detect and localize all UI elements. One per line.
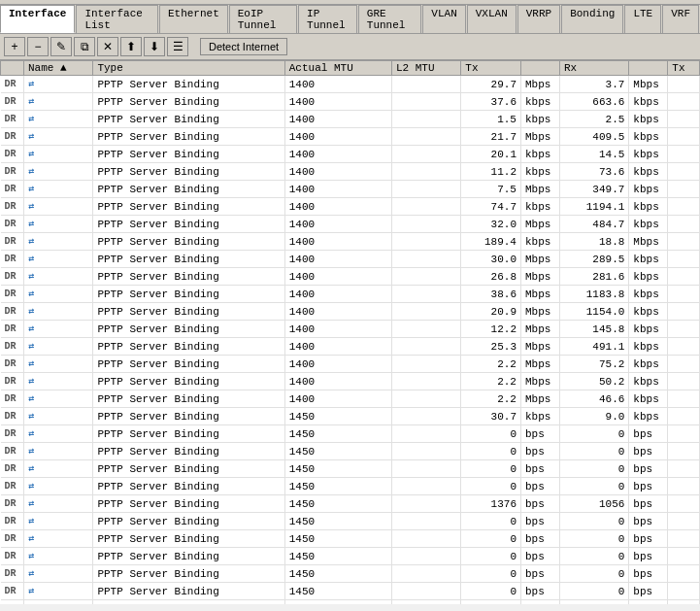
row-mtu: 1450 (284, 460, 391, 478)
row-badge: DR (1, 251, 24, 268)
tab-interface-list[interactable]: Interface List (76, 5, 158, 33)
add-button[interactable]: + (4, 37, 25, 56)
table-row[interactable]: DR⇄PPTP Server Binding140030.0Mbps289.5k… (1, 251, 700, 268)
table-row[interactable]: DR⇄PPTP Server Binding140037.6kbps663.6k… (1, 93, 700, 111)
col-actual-mtu[interactable]: Actual MTU (284, 61, 391, 76)
row-rx-unit: kbps (629, 111, 668, 128)
col-name[interactable]: Name ▲ (24, 61, 93, 76)
row-tx-unit: bps (520, 460, 559, 478)
row-l2mtu (391, 390, 460, 408)
table-row[interactable]: DR⇄PPTP Server Binding140020.9Mbps1154.0… (1, 303, 700, 321)
table-row[interactable]: DR⇄PPTP Server Binding14501376bps1056bps (1, 495, 700, 513)
tab-lte[interactable]: LTE (624, 5, 661, 33)
menu-button[interactable]: ☰ (167, 37, 188, 56)
row-name: ⇄ (24, 513, 93, 530)
row-l2mtu (391, 530, 460, 548)
row-name: ⇄ (24, 583, 93, 600)
col-type[interactable]: Type (93, 61, 284, 76)
row-l2mtu (391, 356, 460, 373)
table-row[interactable]: DR⇄PPTP Server Binding140029.7Mbps3.7Mbp… (1, 76, 700, 93)
tab-interface[interactable]: Interface (0, 5, 75, 33)
tab-vrf[interactable]: VRF (662, 5, 699, 33)
row-badge: DR (1, 548, 24, 565)
table-row[interactable]: DR⇄PPTP Server Binding14500bps0bps (1, 548, 700, 565)
row-l2mtu (391, 565, 460, 583)
table-row[interactable]: DR⇄PPTP Server Binding1400189.4kbps18.8M… (1, 233, 700, 251)
row-mtu: 1400 (284, 303, 391, 321)
table-row[interactable]: DR⇄PPTP Server Binding14001.5kbps2.5kbps (1, 111, 700, 128)
row-tx-value: 20.1 (461, 146, 521, 163)
table-row[interactable]: DR⇄PPTP Server Binding14500bps0bps (1, 460, 700, 478)
row-badge: DR (1, 356, 24, 373)
table-row[interactable]: DR⇄PPTP Server Binding140025.3Mbps491.1k… (1, 338, 700, 356)
col-tx2[interactable]: Tx (668, 61, 700, 76)
row-tx-value: 21.7 (461, 128, 521, 146)
row-badge: DR (1, 286, 24, 303)
row-rx-value: 3.7 (559, 76, 628, 93)
row-l2mtu (391, 478, 460, 495)
row-l2mtu (391, 93, 460, 111)
table-row[interactable]: DR⇄PPTP Server Binding140020.1kbps14.5kb… (1, 146, 700, 163)
table-row[interactable]: DR⇄PPTP Server Binding14500bps0bps (1, 530, 700, 548)
copy-button[interactable]: ⧉ (74, 37, 95, 56)
row-name: ⇄ (24, 425, 93, 443)
table-row[interactable]: DR⇄PPTP Server Binding140012.2Mbps145.8k… (1, 321, 700, 338)
tab-vxlan[interactable]: VXLAN (467, 5, 517, 33)
row-tx-value: 38.6 (461, 286, 521, 303)
arrow-icon: ⇄ (28, 199, 34, 215)
detect-internet-button[interactable]: Detect Internet (200, 38, 287, 55)
tab-ip-tunnel[interactable]: IP Tunnel (298, 5, 357, 33)
tab-vlan[interactable]: VLAN (422, 5, 465, 33)
move-up-button[interactable]: ⬆ (120, 37, 142, 56)
table-row[interactable]: DR⇄PPTP Server Binding140011.2kbps73.6kb… (1, 163, 700, 181)
arrow-icon: ⇄ (28, 549, 34, 564)
row-l2mtu (391, 111, 460, 128)
table-row[interactable]: DR⇄PPTP Server Binding145030.7kbps9.0kbp… (1, 408, 700, 425)
table-row[interactable]: DR⇄PPTP Server Binding14500bps0bps (1, 443, 700, 460)
move-down-button[interactable]: ⬇ (144, 37, 165, 56)
col-rx[interactable]: Rx (559, 61, 628, 76)
delete-button[interactable]: ✕ (97, 37, 118, 56)
tab-bonding[interactable]: Bonding (561, 5, 623, 33)
col-tx-unit (520, 61, 559, 76)
edit-button[interactable]: ✎ (50, 37, 72, 56)
row-badge: DR (1, 583, 24, 600)
table-row[interactable]: DR⇄PPTP Server Binding14500bps0bps (1, 583, 700, 600)
interface-table-container[interactable]: Name ▲ Type Actual MTU L2 MTU Tx Rx Tx D… (0, 60, 700, 604)
row-rx-value: 491.1 (559, 338, 628, 356)
tab-vrrp[interactable]: VRRP (517, 5, 560, 33)
row-rx-value: 1056 (559, 495, 628, 513)
table-row[interactable]: DR⇄PPTP Server Binding140032.0Mbps484.7k… (1, 216, 700, 233)
table-row[interactable]: DR⇄PPTP Server Binding14500bps0bps (1, 513, 700, 530)
tab-ethernet[interactable]: Ethernet (159, 5, 228, 33)
table-row[interactable]: DR⇄PPTP Server Binding140021.7Mbps409.5k… (1, 128, 700, 146)
row-badge: DR (1, 303, 24, 321)
table-row[interactable]: DR⇄PPTP Server Binding140026.8Mbps281.6k… (1, 268, 700, 286)
table-row[interactable]: DR⇄PPTP Server Binding14500bps0bps (1, 425, 700, 443)
table-row[interactable]: DR⇄PPTP Server Binding14002.2Mbps50.2kbp… (1, 373, 700, 390)
arrow-icon: ⇄ (28, 77, 34, 92)
table-row[interactable]: DR⇄PPTP Server Binding14500bps0bps (1, 565, 700, 583)
row-tx-value: 1.5 (461, 111, 521, 128)
arrow-icon: ⇄ (28, 322, 34, 337)
table-row[interactable]: DR⇄PPTP Server Binding14002.2Mbps46.6kbp… (1, 390, 700, 408)
table-row[interactable]: DR⇄PPTP Server Binding14007.5Mbps349.7kb… (1, 181, 700, 198)
tab-gre-tunnel[interactable]: GRE Tunnel (358, 5, 422, 33)
row-mtu: 1400 (284, 111, 391, 128)
tab-eoip-tunnel[interactable]: EoIP Tunnel (229, 5, 297, 33)
interface-table: Name ▲ Type Actual MTU L2 MTU Tx Rx Tx D… (0, 60, 700, 604)
col-l2mtu[interactable]: L2 MTU (391, 61, 460, 76)
row-rx-unit: kbps (629, 321, 668, 338)
remove-button[interactable]: − (27, 37, 49, 56)
row-tx2 (668, 268, 700, 286)
table-row[interactable]: DR⇄PPTP Server Binding14500bps0bps (1, 600, 700, 605)
table-row[interactable]: DR⇄PPTP Server Binding14500bps0bps (1, 478, 700, 495)
row-type: PPTP Server Binding (93, 408, 284, 425)
col-tx[interactable]: Tx (461, 61, 521, 76)
table-row[interactable]: DR⇄PPTP Server Binding140038.6Mbps1183.8… (1, 286, 700, 303)
row-l2mtu (391, 251, 460, 268)
table-row[interactable]: DR⇄PPTP Server Binding14002.2Mbps75.2kbp… (1, 356, 700, 373)
table-row[interactable]: DR⇄PPTP Server Binding140074.7kbps1194.1… (1, 198, 700, 216)
row-badge: DR (1, 600, 24, 605)
arrow-icon: ⇄ (28, 391, 34, 407)
